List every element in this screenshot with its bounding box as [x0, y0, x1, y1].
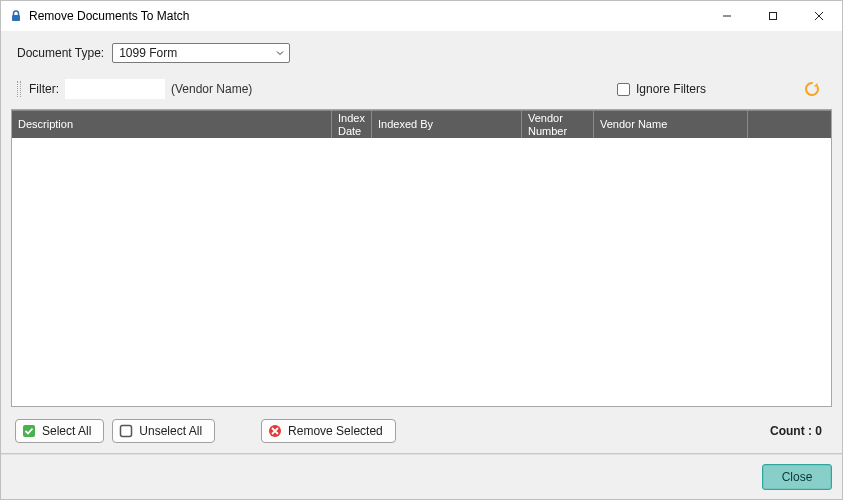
chevron-down-icon: [275, 48, 285, 58]
document-type-row: Document Type: 1099 Form: [9, 39, 834, 73]
refresh-button[interactable]: [802, 79, 822, 99]
check-square-icon: [22, 424, 36, 438]
action-bar: Select All Unselect All Remove: [9, 415, 834, 453]
window-controls: [704, 1, 842, 31]
lock-icon: [9, 9, 23, 23]
filter-label: Filter:: [29, 82, 59, 96]
documents-grid[interactable]: Description Index Date Indexed By Vendor…: [11, 109, 832, 407]
close-window-button[interactable]: [796, 1, 842, 31]
document-type-select[interactable]: 1099 Form: [112, 43, 290, 63]
col-indexed-by[interactable]: Indexed By: [372, 111, 522, 138]
close-button[interactable]: Close: [762, 464, 832, 490]
empty-square-icon: [119, 424, 133, 438]
svg-rect-3: [121, 426, 132, 437]
col-description[interactable]: Description: [12, 111, 332, 138]
document-type-label: Document Type:: [17, 46, 104, 60]
col-extra: [748, 111, 831, 138]
svg-rect-2: [23, 425, 35, 437]
col-index-date[interactable]: Index Date: [332, 111, 372, 138]
maximize-button[interactable]: [750, 1, 796, 31]
filter-hint: (Vendor Name): [171, 82, 252, 96]
svg-rect-0: [12, 15, 20, 21]
col-vendor-number[interactable]: Vendor Number: [522, 111, 594, 138]
count-label: Count :: [770, 424, 812, 438]
dialog-footer: Close: [1, 455, 842, 499]
unselect-all-button[interactable]: Unselect All: [112, 419, 215, 443]
toolbar-grip-icon: [17, 81, 21, 97]
grid-header: Description Index Date Indexed By Vendor…: [12, 110, 831, 138]
count-value: 0: [815, 424, 822, 438]
select-all-button[interactable]: Select All: [15, 419, 104, 443]
dialog-body: Document Type: 1099 Form Filter: (Vendor…: [1, 31, 842, 453]
window-title: Remove Documents To Match: [29, 9, 190, 23]
document-type-value: 1099 Form: [119, 46, 177, 60]
remove-selected-button[interactable]: Remove Selected: [261, 419, 396, 443]
select-all-label: Select All: [42, 424, 91, 438]
refresh-icon: [803, 80, 821, 98]
grid-body: [12, 138, 831, 406]
svg-rect-1: [770, 13, 777, 20]
filter-input[interactable]: [65, 79, 165, 99]
filter-row: Filter: (Vendor Name) Ignore Filters: [9, 73, 834, 109]
ignore-filters-label: Ignore Filters: [636, 82, 706, 96]
unselect-all-label: Unselect All: [139, 424, 202, 438]
col-vendor-name[interactable]: Vendor Name: [594, 111, 748, 138]
ignore-filters-checkbox[interactable]: Ignore Filters: [617, 82, 706, 96]
remove-circle-icon: [268, 424, 282, 438]
count-display: Count : 0: [770, 424, 828, 438]
titlebar: Remove Documents To Match: [1, 1, 842, 31]
minimize-button[interactable]: [704, 1, 750, 31]
close-button-label: Close: [782, 470, 813, 484]
remove-selected-label: Remove Selected: [288, 424, 383, 438]
checkbox-box-icon: [617, 83, 630, 96]
dialog-window: Remove Documents To Match Document Type:…: [0, 0, 843, 500]
